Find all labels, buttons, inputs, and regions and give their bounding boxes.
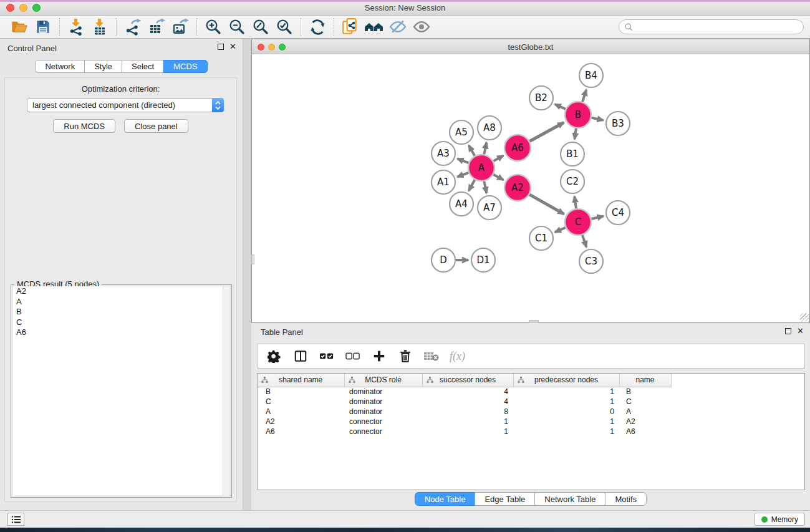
mcds-result-group: MCDS result (5 nodes) A2ABCA6: [11, 284, 232, 498]
column-header-name[interactable]: name: [619, 374, 671, 387]
titlebar[interactable]: Session: New Session: [0, 0, 810, 16]
tab-motifs[interactable]: Motifs: [605, 492, 647, 506]
tab-edge-table[interactable]: Edge Table: [475, 492, 535, 506]
result-list-item[interactable]: A: [13, 297, 229, 307]
graph-node-label: B: [575, 109, 581, 120]
table-row[interactable]: Adominator80A: [258, 407, 671, 417]
graph-edge-A-A6[interactable]: [493, 156, 503, 162]
column-header-predecessor-nodes[interactable]: predecessor nodes: [513, 374, 619, 387]
search-icon: [624, 22, 634, 32]
search-field[interactable]: [619, 19, 804, 34]
tab-network-table[interactable]: Network Table: [534, 492, 605, 506]
float-table-panel-icon[interactable]: [785, 328, 791, 334]
float-panel-icon[interactable]: [218, 44, 224, 50]
export-image-icon[interactable]: [168, 17, 192, 37]
criterion-select[interactable]: largest connected component (directed): [27, 98, 224, 112]
graph-edge-A-A2[interactable]: [493, 175, 503, 180]
table-row[interactable]: Cdominator41C: [258, 397, 671, 407]
table-panel: Table Panel ✕: [251, 323, 810, 510]
network-canvas[interactable]: B4B2BB3B1A5A8A6A3AA1A2C2A4A7CC4C1C3DD1: [252, 54, 809, 322]
zoom-fit-icon[interactable]: [249, 17, 272, 37]
graph-edge-B-B4[interactable]: [582, 90, 586, 102]
graph-node-label: B3: [612, 118, 624, 129]
close-panel-button[interactable]: Close panel: [124, 119, 188, 133]
select-all-icon[interactable]: [317, 346, 336, 366]
graph-edge-C-C3[interactable]: [582, 235, 586, 247]
toolbar-divider: [334, 18, 334, 36]
toolbar-divider: [116, 18, 117, 36]
tab-select[interactable]: Select: [122, 60, 164, 73]
tab-mcds[interactable]: MCDS: [163, 60, 207, 73]
graph-edge-C-C4[interactable]: [591, 216, 603, 219]
show-columns-icon[interactable]: [291, 346, 310, 366]
graph-edge-B-B3[interactable]: [591, 118, 603, 120]
graph-edge-C-C2[interactable]: [574, 196, 576, 208]
duplicate-network-icon[interactable]: [339, 17, 362, 37]
graph-edge-A2-C[interactable]: [529, 195, 564, 214]
column-header-successor-nodes[interactable]: successor nodes: [422, 374, 513, 387]
tab-network[interactable]: Network: [35, 60, 85, 73]
close-panel-icon[interactable]: ✕: [229, 44, 236, 50]
run-mcds-button[interactable]: Run MCDS: [53, 119, 115, 133]
result-list-item[interactable]: A6: [13, 327, 229, 338]
result-list-item[interactable]: B: [13, 307, 229, 317]
table-row[interactable]: Bdominator41B: [258, 387, 671, 397]
graph-edge-A-A4[interactable]: [469, 180, 475, 191]
tab-node-table[interactable]: Node Table: [415, 492, 476, 506]
resize-grip[interactable]: [800, 313, 809, 322]
memory-button[interactable]: Memory: [755, 513, 805, 526]
memory-label: Memory: [771, 515, 798, 524]
graph-edge-A6-B[interactable]: [529, 122, 564, 141]
graph-edge-A-A8[interactable]: [484, 143, 486, 155]
deselect-all-icon[interactable]: [344, 346, 362, 366]
table-row[interactable]: A6connector11A6: [258, 427, 671, 437]
graph-node-label: A7: [483, 202, 496, 213]
network-window-titlebar[interactable]: testGlobe.txt: [252, 39, 809, 54]
graph-edge-B-B2[interactable]: [555, 104, 566, 109]
import-table-icon[interactable]: [88, 17, 112, 37]
left-scrollbar-stub[interactable]: [251, 254, 254, 264]
graph-edge-A-A7[interactable]: [484, 181, 486, 193]
graph-node-label: C: [575, 216, 581, 228]
graph-edge-B-B1[interactable]: [574, 128, 576, 139]
save-session-icon[interactable]: [31, 17, 55, 37]
import-network-icon[interactable]: [64, 17, 88, 37]
result-scrollbar[interactable]: [223, 286, 229, 495]
column-header-shared-name[interactable]: shared name: [258, 374, 344, 387]
add-column-icon[interactable]: [370, 346, 388, 366]
export-network-icon[interactable]: [121, 17, 145, 37]
export-table-icon[interactable]: [145, 17, 168, 37]
task-history-list-icon[interactable]: [7, 513, 24, 526]
delete-column-trash-icon[interactable]: [396, 346, 415, 366]
first-neighbors-icon[interactable]: [362, 17, 386, 37]
graph-node-label: B1: [566, 148, 579, 160]
toolbar-divider: [196, 18, 197, 36]
mcds-result-list: A2ABCA6: [13, 286, 229, 495]
result-list-item[interactable]: C: [13, 317, 229, 328]
graph-node-label: A6: [511, 142, 524, 153]
show-all-icon[interactable]: [410, 17, 433, 37]
delete-table-icon[interactable]: [422, 346, 441, 366]
function-builder-icon[interactable]: f(x): [448, 350, 465, 363]
graph-edge-A-A3[interactable]: [457, 158, 468, 163]
refresh-icon[interactable]: [306, 17, 329, 37]
graph-node-label: A4: [455, 198, 468, 210]
column-header-mcds-role[interactable]: MCDS role: [344, 374, 422, 387]
open-folder-icon[interactable]: [7, 17, 31, 37]
zoom-in-icon[interactable]: [201, 17, 225, 37]
graph-edge-C-C1[interactable]: [555, 228, 566, 232]
graph-edge-A-A5[interactable]: [469, 145, 475, 156]
tab-style[interactable]: Style: [84, 60, 122, 73]
graph-node-label: C3: [585, 256, 597, 267]
zoom-out-icon[interactable]: [225, 17, 249, 37]
zoom-selected-icon[interactable]: [272, 17, 296, 37]
table-row[interactable]: A2connector11A2: [258, 417, 671, 427]
hide-selected-icon[interactable]: [386, 17, 410, 37]
close-table-panel-icon[interactable]: ✕: [797, 328, 804, 334]
criterion-selected-value: largest connected component (directed): [27, 100, 212, 110]
graph-edge-A-A1[interactable]: [457, 173, 468, 177]
table-settings-gear-icon[interactable]: [265, 346, 284, 366]
result-list-item[interactable]: A2: [13, 286, 229, 297]
window-title: Session: New Session: [0, 3, 810, 12]
search-input[interactable]: [637, 22, 798, 31]
